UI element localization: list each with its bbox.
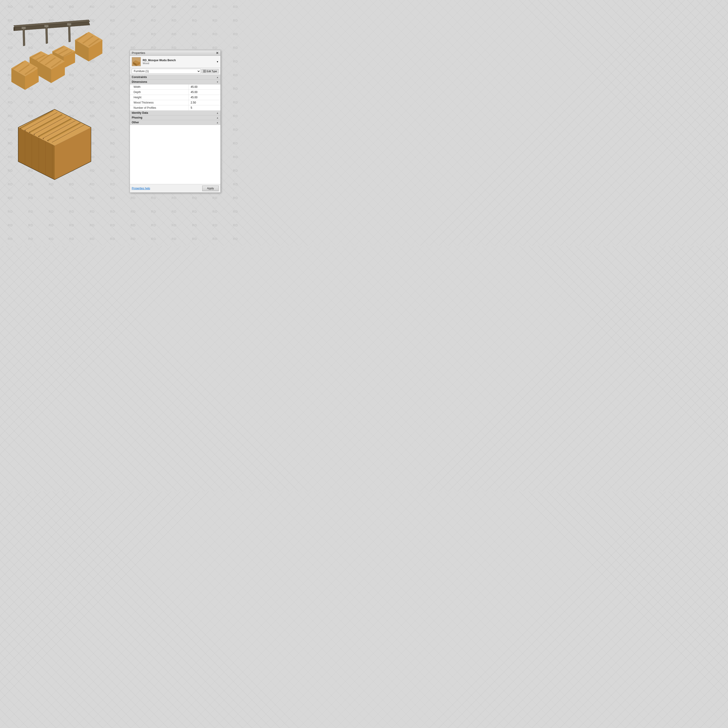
- svg-marker-5: [68, 24, 70, 42]
- section-identity-data-chevron: ▲: [216, 112, 219, 114]
- bench-large: [18, 109, 91, 180]
- svg-rect-7: [44, 25, 49, 27]
- section-identity-data-label: Identity Data: [132, 111, 148, 115]
- property-row-width: Width 45.00: [130, 84, 220, 90]
- svg-rect-91: [203, 72, 204, 72]
- section-other-label: Other: [132, 121, 139, 124]
- panel-title: Properties: [132, 51, 145, 55]
- section-identity-data[interactable]: Identity Data ▲: [130, 110, 220, 115]
- property-row-depth: Depth 45.00: [130, 90, 220, 95]
- panel-header: Properties ✕: [130, 50, 220, 56]
- property-label-height: Height: [130, 95, 189, 100]
- panel-empty-space: [130, 125, 220, 184]
- property-value-height[interactable]: 45.00: [189, 95, 216, 100]
- category-dropdown[interactable]: Furniture (1): [132, 69, 201, 74]
- section-dimensions[interactable]: Dimensions ▼: [130, 80, 220, 84]
- svg-rect-6: [21, 27, 26, 29]
- object-name: RD_Mosque Wudu Bench: [143, 59, 176, 62]
- property-value-wood-thickness[interactable]: 2.50: [189, 100, 216, 105]
- svg-rect-89: [203, 70, 204, 71]
- svg-rect-92: [205, 72, 206, 72]
- panel-content: Constraints ▲ Dimensions ▼ Width 45.00 D…: [130, 75, 220, 184]
- bench-cube-medium-1: [75, 32, 102, 61]
- edit-type-icon: [203, 70, 206, 73]
- section-dimensions-chevron: ▼: [216, 81, 219, 83]
- apply-button[interactable]: Apply: [202, 186, 219, 191]
- section-dimensions-label: Dimensions: [132, 80, 147, 84]
- properties-help-link[interactable]: Properties help: [132, 187, 150, 190]
- property-value-width[interactable]: 45.00: [189, 84, 216, 89]
- property-row-wood-thickness: Wood Thickness 2.50: [130, 100, 220, 106]
- section-constraints[interactable]: Constraints ▲: [130, 75, 220, 80]
- property-value-num-profiles[interactable]: 5: [189, 106, 216, 110]
- section-constraints-label: Constraints: [132, 75, 147, 79]
- property-row-num-profiles: Number of Profiles 5: [130, 106, 220, 110]
- property-label-depth: Depth: [130, 90, 189, 95]
- section-phasing-label: Phasing: [132, 116, 142, 119]
- panel-object-row: RD_Mosque Wudu Bench Wood ▼: [130, 56, 220, 68]
- object-info: RD_Mosque Wudu Bench Wood: [143, 59, 176, 64]
- panel-footer: Properties help Apply: [130, 184, 220, 193]
- section-other[interactable]: Other ▲: [130, 120, 220, 125]
- edit-type-button[interactable]: Edit Type: [202, 69, 219, 73]
- edit-type-label: Edit Type: [206, 70, 217, 73]
- svg-marker-2: [14, 27, 15, 31]
- object-icon: [132, 57, 141, 66]
- svg-rect-90: [205, 70, 206, 71]
- object-dropdown-arrow: ▼: [216, 60, 219, 63]
- panel-dropdown-row: Furniture (1) Edit Type: [130, 68, 220, 75]
- property-label-wood-thickness: Wood Thickness: [130, 100, 189, 105]
- section-other-chevron: ▲: [216, 121, 219, 124]
- section-constraints-chevron: ▲: [216, 76, 219, 78]
- svg-marker-4: [46, 26, 48, 44]
- property-row-height: Height 45.00: [130, 95, 220, 100]
- scene-svg: [0, 0, 132, 246]
- section-phasing-chevron: ▲: [216, 116, 219, 119]
- section-phasing[interactable]: Phasing ▲: [130, 115, 220, 120]
- object-material: Wood: [143, 62, 176, 64]
- scene-area: [0, 0, 132, 246]
- property-value-depth[interactable]: 45.00: [189, 90, 216, 95]
- properties-panel: Properties ✕ RD_Mosque Wudu Bench Wood ▼: [130, 50, 221, 193]
- svg-marker-3: [23, 28, 25, 46]
- property-label-num-profiles: Number of Profiles: [130, 106, 189, 110]
- svg-rect-8: [67, 23, 71, 26]
- property-label-width: Width: [130, 84, 189, 89]
- panel-close-button[interactable]: ✕: [216, 51, 219, 55]
